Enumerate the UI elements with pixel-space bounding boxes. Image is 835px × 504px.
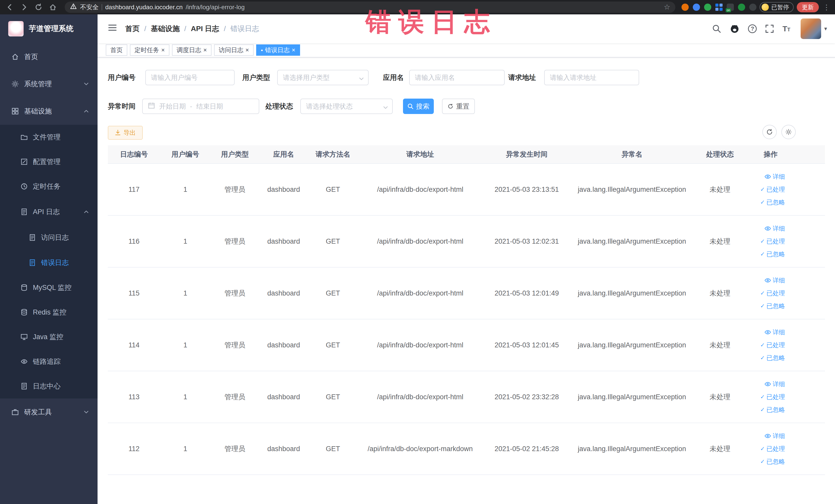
sidebar-item-label: 首页 <box>24 52 38 61</box>
sidebar-item-mysql-monitor[interactable]: MySQL 监控 <box>0 275 98 300</box>
sidebar-item-log-center[interactable]: 日志中心 <box>0 374 98 399</box>
col-header: 异常名 <box>571 150 693 159</box>
cell-log-id: 117 <box>108 186 160 194</box>
tag-home[interactable]: 首页 <box>106 44 127 56</box>
help-icon[interactable]: ? <box>748 24 757 33</box>
extension-icon-7[interactable] <box>749 4 756 11</box>
avatar[interactable] <box>801 19 821 39</box>
search-button[interactable]: 搜索 <box>403 99 434 114</box>
user-type-select-input[interactable] <box>277 70 369 85</box>
mark-processed-link[interactable]: ✓已处理 <box>747 287 785 300</box>
extension-icon-2[interactable] <box>693 4 700 11</box>
sidebar-item-trace[interactable]: 链路追踪 <box>0 349 98 374</box>
cell-request-url: /api/infra/db-doc/export-html <box>358 341 483 349</box>
close-icon[interactable]: × <box>292 47 296 53</box>
tag-scheduled-jobs[interactable]: 定时任务 × <box>130 44 169 56</box>
browser-menu-icon[interactable]: ⋮ <box>822 3 831 12</box>
tag-access-log[interactable]: 访问日志 × <box>214 44 253 56</box>
mark-ignored-link[interactable]: ✓已忽略 <box>747 403 785 416</box>
reload-icon[interactable] <box>33 2 44 13</box>
url-bar[interactable]: 不安全 dashboard.yudao.iocoder.cn /infra/lo… <box>65 2 675 13</box>
extension-icon-5[interactable]: on <box>727 4 734 11</box>
bookmark-star-icon[interactable]: ☆ <box>664 4 670 11</box>
sidebar-logo[interactable]: 芋道管理系统 <box>0 14 98 43</box>
detail-link[interactable]: 详细 <box>747 274 785 287</box>
app-name-label: 应用名 <box>383 70 404 85</box>
cell-actions: 详细 ✓已处理 ✓已忽略 <box>747 170 825 209</box>
breadcrumb-item[interactable]: API 日志 <box>191 24 219 34</box>
close-icon[interactable]: × <box>203 47 207 53</box>
process-status-select[interactable] <box>300 99 393 114</box>
github-icon[interactable] <box>730 24 740 34</box>
sidebar-item-label: Java 监控 <box>33 332 63 341</box>
sidebar-item-redis-monitor[interactable]: Redis 监控 <box>0 300 98 324</box>
column-settings-button[interactable] <box>781 125 796 139</box>
user-id-label: 用户编号 <box>108 70 136 85</box>
app-name-input[interactable] <box>409 70 505 85</box>
mark-ignored-link[interactable]: ✓已忽略 <box>747 455 785 468</box>
col-header: 用户类型 <box>210 150 259 159</box>
detail-link[interactable]: 详细 <box>747 170 785 183</box>
mark-processed-link[interactable]: ✓已处理 <box>747 442 785 455</box>
home-icon[interactable] <box>47 2 59 13</box>
cell-app-name: dashboard <box>259 393 308 401</box>
sidebar-item-infra[interactable]: 基础设施 <box>0 98 98 125</box>
sidebar-item-label: 错误日志 <box>41 258 69 267</box>
mark-ignored-link[interactable]: ✓已忽略 <box>747 196 785 209</box>
sidebar-item-api-logs[interactable]: API 日志 <box>0 199 98 225</box>
sidebar-item-java-monitor[interactable]: Java 监控 <box>0 324 98 349</box>
sidebar-item-access-log[interactable]: 访问日志 <box>0 225 98 250</box>
user-id-input[interactable] <box>145 70 235 85</box>
request-url-input[interactable] <box>544 70 639 85</box>
profile-paused-badge[interactable]: 已暂停 <box>759 2 794 12</box>
sidebar-item-config-manage[interactable]: 配置管理 <box>0 149 98 174</box>
tag-error-log[interactable]: ● 错误日志 × <box>256 44 300 56</box>
col-header: 处理状态 <box>693 150 747 159</box>
sidebar-item-label: 访问日志 <box>41 233 69 242</box>
extension-icon-6[interactable] <box>738 4 745 11</box>
breadcrumb-item[interactable]: 首页 <box>125 24 140 34</box>
exception-time-label: 异常时间 <box>108 99 136 114</box>
extension-icon-4[interactable] <box>715 4 722 11</box>
mark-processed-link[interactable]: ✓已处理 <box>747 235 785 248</box>
cell-log-id: 114 <box>108 341 160 349</box>
mark-ignored-link[interactable]: ✓已忽略 <box>747 351 785 364</box>
refresh-table-button[interactable] <box>762 125 777 139</box>
exception-time-range-picker[interactable]: 开始日期 - 结束日期 <box>142 99 259 114</box>
search-icon[interactable] <box>712 24 721 33</box>
update-button[interactable]: 更新 <box>797 2 819 12</box>
mark-processed-link[interactable]: ✓已处理 <box>747 183 785 196</box>
mark-processed-link[interactable]: ✓已处理 <box>747 390 785 403</box>
url-divider <box>102 4 102 10</box>
extension-icon-1[interactable] <box>681 4 689 11</box>
mark-ignored-link[interactable]: ✓已忽略 <box>747 248 785 261</box>
reset-button[interactable]: 重置 <box>442 99 475 114</box>
detail-link[interactable]: 详细 <box>747 429 785 442</box>
user-type-select[interactable] <box>277 70 369 85</box>
sidebar-item-system[interactable]: 系统管理 <box>0 70 98 98</box>
extension-icon-3[interactable] <box>704 4 711 11</box>
mark-processed-link[interactable]: ✓已处理 <box>747 339 785 351</box>
process-status-select-input[interactable] <box>300 99 393 114</box>
sidebar-item-home[interactable]: 首页 <box>0 43 98 70</box>
detail-link[interactable]: 详细 <box>747 326 785 339</box>
hamburger-icon[interactable] <box>105 21 120 37</box>
detail-link[interactable]: 详细 <box>747 222 785 235</box>
forward-icon[interactable] <box>19 2 30 13</box>
close-icon[interactable]: × <box>161 47 165 53</box>
sidebar-item-error-log[interactable]: 错误日志 <box>0 250 98 275</box>
cell-app-name: dashboard <box>259 341 308 349</box>
user-menu[interactable]: ▾ <box>801 19 827 39</box>
export-button[interactable]: 导出 <box>108 126 143 140</box>
detail-link[interactable]: 详细 <box>747 378 785 390</box>
back-icon[interactable] <box>4 2 15 13</box>
breadcrumb-item[interactable]: 基础设施 <box>151 24 180 34</box>
mark-ignored-link[interactable]: ✓已忽略 <box>747 300 785 313</box>
fullscreen-icon[interactable] <box>765 24 774 33</box>
sidebar-item-dev-tools[interactable]: 研发工具 <box>0 399 98 426</box>
tag-dispatch-log[interactable]: 调度日志 × <box>172 44 211 56</box>
close-icon[interactable]: × <box>245 47 249 53</box>
sidebar-item-scheduled-jobs[interactable]: 定时任务 <box>0 174 98 199</box>
font-size-icon[interactable]: TT <box>782 24 790 33</box>
sidebar-item-file-manage[interactable]: 文件管理 <box>0 125 98 149</box>
